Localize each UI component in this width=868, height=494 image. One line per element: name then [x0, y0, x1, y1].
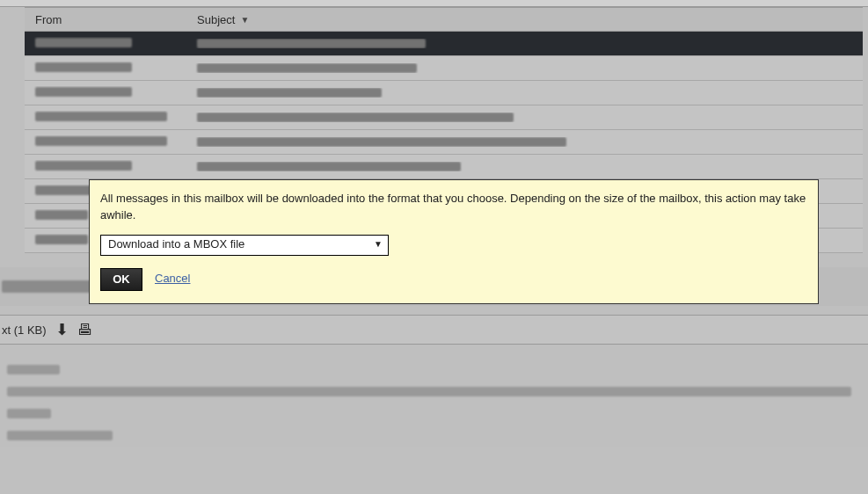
format-select-value: Download into a MBOX file: [108, 236, 244, 253]
dialog-message: All messages in this mailbox will be dow…: [100, 191, 807, 224]
export-dialog: All messages in this mailbox will be dow…: [89, 179, 819, 304]
chevron-down-icon: ▼: [374, 238, 383, 251]
ok-button[interactable]: OK: [100, 268, 142, 291]
cancel-link[interactable]: Cancel: [155, 271, 190, 287]
format-select[interactable]: Download into a MBOX file ▼: [100, 235, 389, 256]
